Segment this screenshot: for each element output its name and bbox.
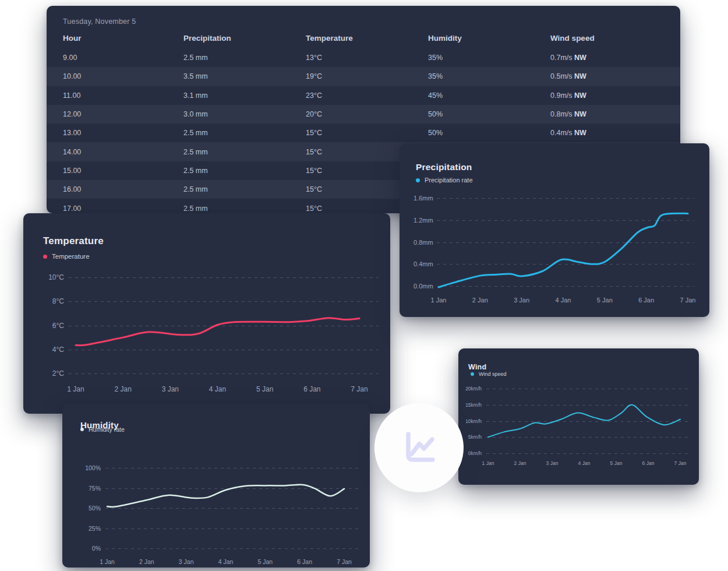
wind-line <box>465 384 691 473</box>
legend-label: Humidity rate <box>89 426 125 433</box>
hour-cell: 14.00 <box>63 148 179 156</box>
temperature-cell: 23°C <box>306 91 422 100</box>
table-row: 12.003.0 mm20°C50%0.8m/s NW <box>47 105 680 124</box>
legend-dot-icon <box>43 255 47 259</box>
wind-speed-cell: 0.5m/s NW <box>550 72 667 80</box>
wind-speed-cell: 0.8m/s NW <box>550 110 667 118</box>
chart-bubble <box>374 403 464 492</box>
column-header: Precipitation <box>183 34 300 43</box>
wind-chart[interactable]: 20km/h15km/h10km/h5km/h0km/h1 Jan2 Jan3 … <box>465 384 691 473</box>
temperature-chart-panel: Temperature Temperature 10°C8°C6°C4°C2°C… <box>23 213 390 414</box>
wind-speed-cell: 0.7m/s NW <box>550 54 667 62</box>
humidity-cell: 50% <box>428 129 545 137</box>
legend: Humidity rate <box>80 426 125 433</box>
weather-dashboard: Tuesday, November 5 HourPrecipitationTem… <box>0 0 728 571</box>
legend-dot-icon <box>471 372 474 376</box>
precipitation-cell: 2.5 mm <box>183 54 300 62</box>
column-header: Temperature <box>306 34 422 43</box>
precipitation-chart[interactable]: 1.6mm1.2mm0.8mm0.4mm0.0mm1 Jan2 Jan3 Jan… <box>414 193 694 310</box>
precipitation-cell: 3.5 mm <box>183 72 300 80</box>
table-row: 9.002.5 mm13°C35%0.7m/s NW <box>47 48 680 67</box>
column-header: Humidity <box>428 34 545 43</box>
table-date-label: Tuesday, November 5 <box>63 17 136 26</box>
temperature-cell: 13°C <box>306 54 422 62</box>
legend-label: Temperature <box>52 253 90 260</box>
hour-cell: 15.00 <box>63 167 179 175</box>
temperature-cell: 15°C <box>306 129 422 137</box>
wind-speed-cell: 0.4m/s NW <box>550 129 667 137</box>
wind-speed-cell: 0.9m/s NW <box>550 91 667 100</box>
temperature-cell: 20°C <box>306 110 422 118</box>
humidity-line <box>76 463 358 571</box>
legend: Precipitation rate <box>416 177 473 184</box>
legend-label: Precipitation rate <box>425 177 473 184</box>
humidity-chart-panel: Humidity Humidity rate 100%75%50%25%0%1 … <box>62 404 370 568</box>
precipitation-cell: 3.1 mm <box>183 91 300 100</box>
precipitation-chart-panel: Precipitation Precipitation rate 1.6mm1.… <box>400 143 709 317</box>
hour-cell: 17.00 <box>63 205 179 213</box>
humidity-cell: 45% <box>428 91 545 100</box>
precipitation-line <box>414 193 694 310</box>
chart-title: Precipitation <box>416 162 472 172</box>
table-row: 13.002.5 mm15°C50%0.4m/s NW <box>47 124 680 142</box>
legend-dot-icon <box>80 428 84 431</box>
wind-chart-panel: Wind Wind speed 20km/h15km/h10km/h5km/h0… <box>458 348 699 485</box>
chart-title: Temperature <box>43 235 104 247</box>
temperature-chart[interactable]: 10°C8°C6°C4°C2°C1 Jan2 Jan3 Jan4 Jan5 Ja… <box>41 273 379 402</box>
precipitation-cell: 2.5 mm <box>183 205 300 213</box>
humidity-cell: 50% <box>428 110 545 118</box>
precipitation-cell: 2.5 mm <box>183 185 300 193</box>
hour-cell: 12.00 <box>63 110 179 118</box>
humidity-chart[interactable]: 100%75%50%25%0%1 Jan2 Jan3 Jan4 Jan5 Jan… <box>76 463 358 571</box>
column-header: Wind speed <box>550 34 667 43</box>
legend-label: Wind speed <box>479 371 507 377</box>
table-row: 11.003.1 mm23°C45%0.9m/s NW <box>47 86 680 105</box>
precipitation-cell: 2.5 mm <box>183 148 300 156</box>
hour-cell: 9.00 <box>63 54 179 62</box>
legend-dot-icon <box>416 178 420 182</box>
legend: Wind speed <box>471 371 507 377</box>
precipitation-cell: 3.0 mm <box>183 110 300 118</box>
hour-cell: 16.00 <box>63 185 179 193</box>
humidity-cell: 35% <box>428 54 545 62</box>
humidity-cell: 35% <box>428 72 545 80</box>
precipitation-cell: 2.5 mm <box>183 129 300 137</box>
legend: Temperature <box>43 253 90 260</box>
column-header: Hour <box>63 34 179 43</box>
precipitation-cell: 2.5 mm <box>183 167 300 175</box>
table-row: 10.003.5 mm19°C35%0.5m/s NW <box>47 67 680 86</box>
hour-cell: 10.00 <box>63 72 179 80</box>
line-chart-icon <box>397 426 441 470</box>
temperature-cell: 19°C <box>306 72 422 80</box>
temperature-line <box>41 273 379 402</box>
chart-title: Wind <box>468 363 486 371</box>
hour-cell: 11.00 <box>63 91 179 100</box>
hour-cell: 13.00 <box>63 129 179 137</box>
table-header-row: HourPrecipitationTemperatureHumidityWind… <box>47 34 680 47</box>
